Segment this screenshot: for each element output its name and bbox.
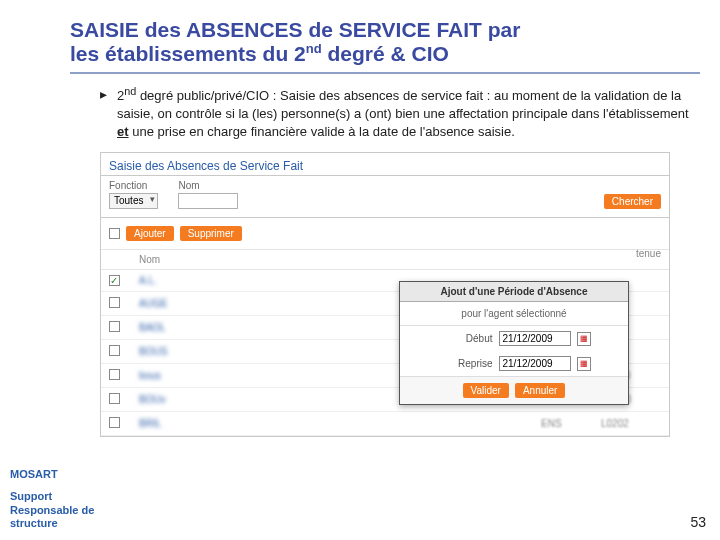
modal-subtitle: pour l'agent sélectionné: [400, 302, 628, 326]
filter-bar: Fonction Toutes Nom Chercher: [101, 176, 669, 218]
row-checkbox[interactable]: [109, 345, 120, 356]
debut-label: Début: [438, 333, 493, 344]
row-checkbox[interactable]: [109, 369, 120, 380]
row-checkbox[interactable]: [109, 275, 120, 286]
app-screenshot: Saisie des Absences de Service Fait Fonc…: [100, 152, 670, 437]
fonction-label: Fonction: [109, 180, 158, 191]
nom-input[interactable]: [178, 193, 238, 209]
title-separator: [70, 72, 700, 74]
valider-button[interactable]: Valider: [463, 383, 509, 398]
modal-title: Ajout d'une Période d'Absence: [400, 282, 628, 302]
row-checkbox[interactable]: [109, 297, 120, 308]
nom-label: Nom: [178, 180, 238, 191]
fonction-select[interactable]: Toutes: [109, 193, 158, 209]
title-line2b: degré & CIO: [322, 42, 449, 65]
calendar-icon[interactable]: ▦: [577, 357, 591, 371]
title-sup: nd: [306, 41, 322, 56]
calendar-icon[interactable]: ▦: [577, 332, 591, 346]
row-checkbox[interactable]: [109, 417, 120, 428]
row-c4: L0202: [601, 418, 661, 429]
row-checkbox[interactable]: [109, 393, 120, 404]
footer-left: MOSART Support Responsable de structure: [10, 468, 94, 530]
mosart-label: MOSART: [10, 468, 94, 480]
col-tenue: tenue: [636, 248, 661, 259]
panel-title: Saisie des Absences de Service Fait: [101, 153, 669, 176]
annuler-button[interactable]: Annuler: [515, 383, 565, 398]
page-number: 53: [690, 514, 706, 530]
list-header: Nom: [101, 250, 669, 270]
table-row[interactable]: BRILENSL0202: [101, 412, 669, 436]
bullet-marker: ▸: [100, 84, 107, 140]
row-checkbox[interactable]: [109, 321, 120, 332]
col-nom: Nom: [139, 254, 661, 265]
title-line2a: les établissements du 2: [70, 42, 306, 65]
row-name: BRIL: [139, 418, 541, 429]
ajouter-button[interactable]: Ajouter: [126, 226, 174, 241]
bullet-text: 2nd degré public/privé/CIO : Saisie des …: [117, 84, 690, 140]
title-line1: SAISIE des ABSENCES de SERVICE FAIT par: [70, 18, 520, 41]
slide-title: SAISIE des ABSENCES de SERVICE FAIT par …: [70, 18, 700, 66]
debut-input[interactable]: 21/12/2009: [499, 331, 571, 346]
reprise-input[interactable]: 21/12/2009: [499, 356, 571, 371]
reprise-label: Reprise: [438, 358, 493, 369]
bullet-item: ▸ 2nd degré public/privé/CIO : Saisie de…: [70, 84, 700, 140]
action-bar: Ajouter Supprimer: [101, 218, 669, 250]
row-c3: ENS: [541, 418, 601, 429]
supprimer-button[interactable]: Supprimer: [180, 226, 242, 241]
select-all-checkbox[interactable]: [109, 228, 120, 239]
chercher-button[interactable]: Chercher: [604, 194, 661, 209]
support-label: Support Responsable de structure: [10, 490, 94, 530]
add-absence-modal: Ajout d'une Période d'Absence pour l'age…: [399, 281, 629, 405]
